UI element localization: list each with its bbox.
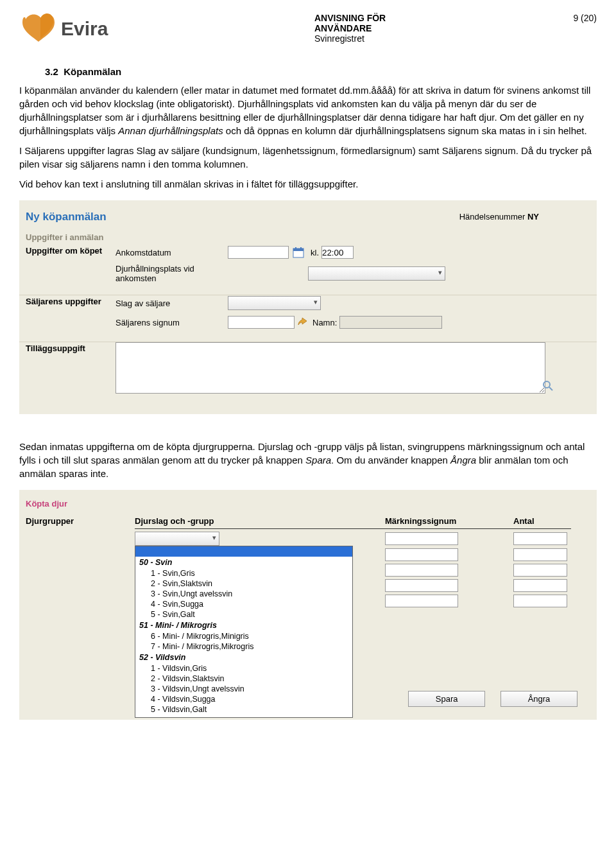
col-djurslag: Djurslag och -grupp [135,516,385,526]
dropdown-option[interactable]: 6 - Mini- / Mikrogris,Minigris [135,631,352,641]
select-slag-saljare[interactable] [228,296,321,310]
para-4: Sedan inmatas uppgifterna om de köpta dj… [19,440,597,480]
label-saljarens-signum: Säljarens signum [116,318,228,327]
arrow-right-icon[interactable] [297,317,307,327]
table-rule [135,528,571,529]
header-title1: ANVISNING FÖR [314,13,535,23]
input-antal[interactable] [513,548,567,561]
input-markningssignum[interactable] [385,548,458,561]
table-row: 50 - Svin1 - Svin,Gris2 - Svin,Slaktsvin… [26,532,590,546]
svg-rect-2 [293,248,304,251]
dropdown-option[interactable]: 2 - Vildsvin,Slaktsvin [135,674,352,684]
input-saljarens-signum[interactable] [228,316,295,329]
col-djurgrupper: Djurgrupper [26,516,135,526]
section-heading: 3.2 Köpanmälan [45,66,597,77]
input-antal[interactable] [513,595,567,607]
form-ny-kopanmalan: Ny köpanmälan Händelsenummer NY Uppgifte… [19,200,597,414]
dropdown-option[interactable]: 7 - Mini- / Mikrogris,Mikrogris [135,641,352,652]
input-antal[interactable] [513,564,567,577]
dropdown-option[interactable]: 4 - Vildsvin,Sugga [135,694,352,704]
header-subtitle: Svinregistret [314,33,535,44]
label-djurhallningsplats: Djurhållningsplats vid ankomsten [116,264,228,283]
dropdown-option[interactable]: 2 - Svin,Slaktsvin [135,578,352,589]
dropdown-option[interactable]: 4 - Svin,Sugga [135,599,352,609]
evira-logo: Evira [19,13,148,47]
input-antal[interactable] [513,532,567,545]
input-ankomstdatum[interactable] [228,246,289,259]
page-number: 9 (20) [535,13,597,23]
spara-button[interactable]: Spara [408,691,485,707]
calendar-icon[interactable] [293,247,304,258]
dropdown-option[interactable]: 5 - Vildsvin,Galt [135,704,352,715]
section-saljarens-uppgifter: Säljarens uppgifter Slag av säljare Sälj… [19,295,597,342]
label-kl: kl. [311,248,319,257]
textarea-tillaggsuppgift[interactable] [116,342,545,394]
dropdown-option[interactable]: 1 - Vildsvin,Gris [135,663,352,674]
djurslag-dropdown[interactable]: 50 - Svin1 - Svin,Gris2 - Svin,Slaktsvin… [135,546,353,718]
svg-line-6 [549,387,552,390]
section-tillaggsuppgift: Tilläggsuppgift [19,342,597,401]
sub-head-uppgifter: Uppgifter i anmälan [19,227,597,245]
select-djurslag[interactable] [135,532,219,546]
col-markningssignum: Märkningssignum [385,516,513,526]
para-2: I Säljarens uppgifter lagras Slag av säl… [19,144,597,171]
input-kl[interactable] [321,246,354,259]
input-markningssignum[interactable] [385,579,458,592]
header-title2: ANVÄNDARE [314,23,535,33]
label-saljarens-uppgifter: Säljarens uppgifter [26,295,116,334]
angra-button[interactable]: Ångra [501,691,578,707]
label-namn: Namn: [312,318,337,327]
form-title: Ny köpanmälan [19,207,113,227]
col-antal: Antal [513,516,578,526]
event-number: Händelsenummer NY [459,207,597,222]
para-3: Vid behov kan text i anslutning till anm… [19,177,597,191]
dropdown-group: 50 - Svin [135,557,352,568]
magnifier-icon[interactable] [543,381,553,391]
svg-text:Evira: Evira [61,18,108,39]
para-1: I köpanmälan använder du kalendern (elle… [19,83,597,137]
dropdown-option[interactable]: 3 - Vildsvin,Ungt avelssvin [135,684,352,694]
label-uppgifter-kopet: Uppgifter om köpet [26,245,116,287]
label-tillaggsuppgift: Tilläggsuppgift [26,342,116,394]
input-antal[interactable] [513,579,567,592]
dropdown-group: 52 - Vildsvin [135,652,352,663]
select-djurhallningsplats[interactable] [308,266,445,281]
input-markningssignum[interactable] [385,564,458,577]
dropdown-group: 51 - Mini- / Mikrogris [135,620,352,631]
input-markningssignum[interactable] [385,595,458,607]
dropdown-option[interactable]: 5 - Svin,Galt [135,609,352,620]
section-uppgifter-kopet: Uppgifter om köpet Ankomstdatum kl. Djur… [19,245,597,295]
dropdown-option[interactable]: 1 - Svin,Gris [135,568,352,578]
dropdown-option[interactable]: 3 - Svin,Ungt avelssvin [135,589,352,599]
table-header: Djurgrupper Djurslag och -grupp Märkning… [19,511,597,528]
input-markningssignum[interactable] [385,532,458,545]
svg-point-5 [543,381,550,388]
doc-header: Evira ANVISNING FÖR ANVÄNDARE Svinregist… [19,13,597,47]
label-ankomstdatum: Ankomstdatum [116,248,228,257]
input-namn [339,316,442,329]
form-kopta-djur: Köpta djur Djurgrupper Djurslag och -gru… [19,490,597,720]
sub-head-kopta-djur: Köpta djur [19,496,597,511]
label-slag-saljare: Slag av säljare [116,299,228,308]
